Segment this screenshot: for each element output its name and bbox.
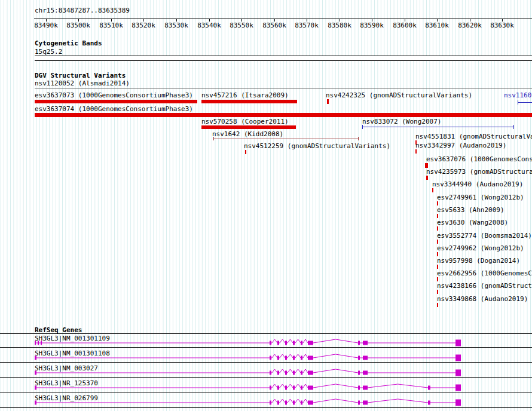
gene-model[interactable] xyxy=(0,352,532,364)
variant-bar[interactable] xyxy=(245,150,246,154)
variant-label[interactable]: esv3637076 (1000GenomesConsortiumPhase3) xyxy=(426,156,532,163)
variant-bar[interactable] xyxy=(437,265,438,269)
variant-span-line xyxy=(518,102,532,103)
variant-bar[interactable] xyxy=(437,214,438,218)
variant-label[interactable]: esv3637073 (1000GenomesConsortiumPhase3) xyxy=(35,92,193,99)
gene-exon xyxy=(38,341,39,345)
cytoband-track xyxy=(35,56,532,61)
ruler-tick-label: 83510k xyxy=(99,22,123,29)
variant-label[interactable]: esv3630 (Wang2008) xyxy=(437,219,508,226)
variant-bar[interactable] xyxy=(35,100,197,103)
gene-exon xyxy=(363,401,368,405)
ruler-tick-label: 83520k xyxy=(132,22,155,29)
gene-exon xyxy=(301,401,302,405)
gene-exon xyxy=(358,371,360,375)
variant-label[interactable]: esv5633 (Ahn2009) xyxy=(437,207,505,214)
gene-exon xyxy=(358,401,360,405)
variant-label[interactable]: nsv4238166 (gnomADStructuralVariants) xyxy=(437,283,532,290)
gene-exon xyxy=(270,401,271,405)
gene-model[interactable] xyxy=(0,382,532,394)
variant-label[interactable]: nsv4235973 (gnomADStructuralVariants) xyxy=(426,168,532,176)
gene-exon xyxy=(285,371,287,375)
variant-bar[interactable] xyxy=(437,201,438,205)
variant-label[interactable]: nsv4242325 (gnomADStructuralVariants) xyxy=(326,92,472,99)
variant-bar[interactable] xyxy=(437,277,438,281)
variant-label[interactable]: nsv4512259 (gnomADStructuralVariants) xyxy=(244,143,390,150)
variant-bar[interactable] xyxy=(201,125,296,129)
variant-label[interactable]: esv2662956 (1000GenomesConsortiumPhase3) xyxy=(437,270,532,277)
region-label: chr15:83487287..83635389 xyxy=(35,7,130,14)
variant-label[interactable]: nsv3342997 (Audano2019) xyxy=(415,142,506,149)
variant-end-tick xyxy=(362,125,363,129)
gene-intron-line xyxy=(35,399,461,403)
variant-label[interactable]: nsv457216 (Itsara2009) xyxy=(201,92,289,99)
variant-bar[interactable] xyxy=(362,125,514,129)
variant-label[interactable]: esv2749961 (Wong2012b) xyxy=(437,194,524,201)
variant-label[interactable]: nsv3344940 (Audano2019) xyxy=(432,181,523,188)
gene-exon xyxy=(277,386,279,390)
variant-bar[interactable] xyxy=(437,290,438,294)
gene-exon xyxy=(363,341,368,345)
gene-exon xyxy=(308,356,313,360)
variant-bar[interactable] xyxy=(426,176,428,180)
gene-model[interactable] xyxy=(0,397,532,409)
variant-label[interactable]: nsv570258 (Cooper2011) xyxy=(201,118,289,125)
variant-label[interactable]: esv2749962 (Wong2012b) xyxy=(437,245,524,252)
gene-exon xyxy=(270,341,271,345)
gene-exon xyxy=(285,386,287,390)
variant-label[interactable]: nsv11603 xyxy=(504,92,532,99)
gene-exon xyxy=(285,401,287,405)
gene-exon xyxy=(358,341,360,345)
cytoband-label: 15q25.2 xyxy=(35,48,62,56)
variant-end-tick xyxy=(518,100,518,105)
gene-exon xyxy=(277,356,279,360)
variant-label[interactable]: nsv1120052 (Alsmadi2014) xyxy=(35,80,130,87)
variant-bar[interactable] xyxy=(425,163,428,168)
gene-exon xyxy=(35,356,36,360)
gene-exon xyxy=(308,401,313,405)
variant-bar[interactable] xyxy=(415,149,417,154)
gene-exon xyxy=(270,386,271,390)
variant-bar[interactable] xyxy=(437,252,438,256)
variant-bar[interactable] xyxy=(432,188,433,192)
gene-exon xyxy=(301,356,302,360)
variant-bar[interactable] xyxy=(327,99,329,104)
gene-exon xyxy=(363,371,368,375)
gene-exon xyxy=(358,356,360,360)
gene-intron-line xyxy=(35,369,461,373)
ruler-tick-label: 83610k xyxy=(425,22,449,29)
cytogenetic-bands-title: Cytogenetic Bands xyxy=(35,40,102,47)
ruler-tick-label: 83540k xyxy=(197,22,221,29)
variant-end-tick xyxy=(513,125,514,129)
variant-bar[interactable] xyxy=(35,113,532,117)
gene-exon xyxy=(270,371,271,375)
variant-span-line xyxy=(213,139,359,139)
ruler-tick-label: 83590k xyxy=(360,22,384,29)
variant-label[interactable]: esv3552774 (Boomsma2014) xyxy=(437,232,532,240)
gene-exon xyxy=(35,341,36,345)
gene-exon xyxy=(428,401,430,405)
variant-label[interactable]: esv3637074 (1000GenomesConsortiumPhase3) xyxy=(35,106,193,113)
gene-model[interactable] xyxy=(0,337,532,349)
gene-exon xyxy=(293,356,295,360)
gene-exon xyxy=(455,400,461,406)
variant-label[interactable]: nsv4551831 (gnomADStructuralVariants) xyxy=(415,133,532,140)
ruler-tick-label: 83600k xyxy=(393,22,417,29)
gene-exon xyxy=(293,386,295,390)
variant-bar[interactable] xyxy=(35,88,532,88)
variant-bar[interactable] xyxy=(437,303,438,307)
row-divider xyxy=(0,333,532,334)
variant-bar[interactable] xyxy=(213,137,359,140)
ruler-tick-label: 83570k xyxy=(295,22,319,29)
variant-bar[interactable] xyxy=(518,100,532,105)
gene-exon xyxy=(277,401,279,405)
variant-label[interactable]: nsv957998 (Dogan2014) xyxy=(437,257,520,265)
gene-model[interactable] xyxy=(0,367,532,379)
variant-bar[interactable] xyxy=(201,100,297,103)
variant-bar[interactable] xyxy=(437,226,438,231)
gene-intron-line xyxy=(35,384,461,388)
gene-exon xyxy=(455,355,461,361)
variant-label[interactable]: nsv3349868 (Audano2019) xyxy=(437,296,528,303)
gene-exon xyxy=(301,371,302,375)
variant-bar[interactable] xyxy=(437,240,438,244)
